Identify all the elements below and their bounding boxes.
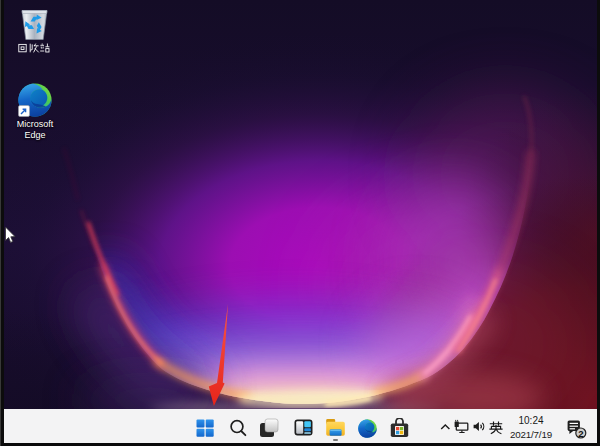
svg-text:2: 2 bbox=[578, 428, 583, 439]
